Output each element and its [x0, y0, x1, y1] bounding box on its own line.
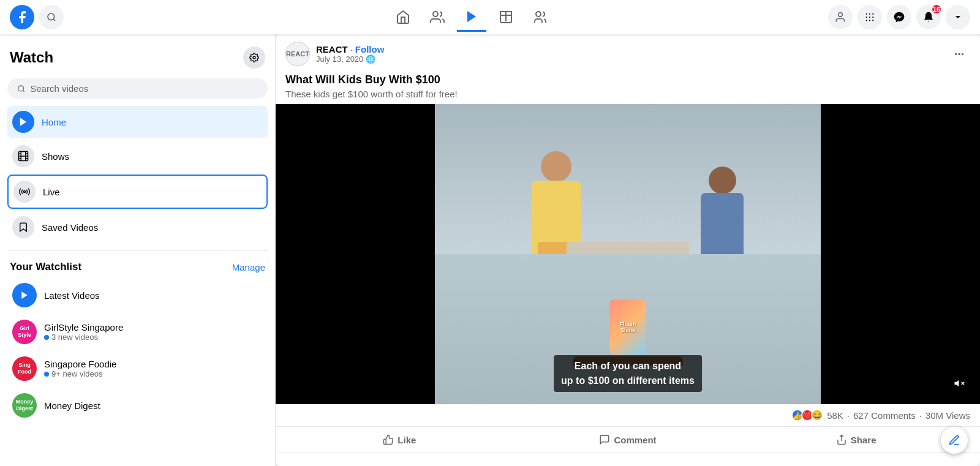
svg-point-6	[869, 13, 870, 15]
svg-point-13	[872, 20, 873, 21]
svg-point-0	[48, 13, 55, 20]
home-icon-circle	[12, 111, 34, 133]
latest-videos-info: Latest Videos	[44, 290, 100, 301]
video-left-bar	[276, 104, 435, 404]
post-date: July 13, 2020 🌐	[316, 54, 384, 64]
watchlist-item-girlstyle[interactable]: GirlStyle GirlStyle Singapore 3 new vide…	[7, 315, 268, 349]
svg-point-1	[433, 12, 438, 17]
money-digest-label: Money Digest	[44, 400, 100, 411]
nav-groups-button[interactable]	[526, 2, 555, 32]
sidebar-item-live[interactable]: Live	[7, 175, 268, 209]
comment-label: Comment	[614, 435, 656, 445]
svg-point-12	[869, 20, 870, 21]
video-center: FloamSlime Each of you can spend up to $…	[435, 104, 821, 404]
nav-account-button[interactable]	[946, 5, 970, 29]
follow-link[interactable]: Follow	[355, 44, 385, 54]
facebook-logo[interactable]	[10, 5, 34, 29]
saved-icon-circle	[12, 216, 34, 238]
nav-watch-button[interactable]	[457, 2, 486, 32]
svg-point-3	[536, 12, 541, 17]
sidebar-item-home[interactable]: Home	[7, 106, 268, 138]
singapore-foodie-avatar: SingFood	[12, 356, 37, 381]
separator2: ·	[919, 410, 922, 421]
like-label: Like	[398, 435, 416, 445]
sidebar-saved-label: Saved Videos	[42, 222, 98, 233]
singapore-foodie-info: Singapore Foodie 9+ new videos	[44, 359, 116, 378]
notification-badge: 16	[931, 4, 942, 15]
money-digest-avatar: MoneyDigest	[12, 393, 37, 418]
share-label: Share	[851, 435, 876, 445]
video-placeholder: FloamSlime Each of you can spend up to $…	[276, 104, 980, 404]
sidebar-home-label: Home	[42, 117, 66, 127]
volume-button[interactable]	[948, 372, 970, 394]
sidebar-shows-label: Shows	[42, 151, 69, 162]
nav-messenger-button[interactable]	[887, 5, 911, 29]
separator-dot: ·	[350, 44, 353, 54]
post-actions: Like Comment Share	[276, 426, 980, 453]
manage-link[interactable]: Manage	[232, 262, 265, 272]
latest-videos-label: Latest Videos	[44, 290, 100, 301]
post-more-button[interactable]: ···	[948, 43, 970, 65]
svg-point-14	[253, 56, 255, 59]
reactions-count: 58K	[827, 410, 843, 421]
girlstyle-sub: 3 new videos	[44, 333, 123, 342]
nav-home-button[interactable]	[388, 2, 418, 32]
svg-marker-16	[20, 118, 27, 126]
search-videos-input[interactable]	[30, 83, 258, 94]
comment-button[interactable]: Comment	[514, 429, 742, 450]
nav-marketplace-button[interactable]	[491, 2, 521, 32]
watchlist-item-money-digest[interactable]: MoneyDigest Money Digest	[7, 388, 268, 423]
sidebar-search-box[interactable]	[7, 78, 268, 99]
svg-point-9	[869, 17, 870, 18]
svg-point-10	[872, 17, 873, 18]
singapore-foodie-new-dot	[44, 372, 49, 377]
video-container[interactable]: FloamSlime Each of you can spend up to $…	[276, 104, 980, 404]
svg-marker-19	[21, 291, 27, 299]
video-top-half	[435, 104, 821, 254]
nav-search-button[interactable]	[39, 5, 64, 29]
nav-notifications-button[interactable]: 16	[916, 5, 941, 29]
author-name-row: REACT · Follow	[316, 44, 384, 54]
video-right-bar	[821, 104, 980, 404]
svg-point-4	[839, 13, 843, 17]
svg-point-5	[866, 13, 867, 15]
watchlist-item-latest[interactable]: Latest Videos	[7, 278, 268, 312]
nav-center	[157, 2, 786, 32]
nav-friends-button[interactable]	[423, 2, 452, 32]
reaction-icons: 👍 ❤️ 😂	[794, 409, 823, 421]
main-layout: Watch Home Shows	[0, 34, 980, 466]
girlstyle-new-dot	[44, 335, 49, 340]
top-navigation: 16	[0, 0, 980, 34]
nav-apps-button[interactable]	[858, 5, 882, 29]
video-bottom-half: FloamSlime Each of you can spend up to $…	[435, 254, 821, 404]
reaction-bar: 👍 ❤️ 😂 58K · 627 Comments · 30M Views	[276, 404, 980, 426]
views-count: 30M Views	[925, 410, 970, 421]
nav-right: 16	[786, 5, 970, 29]
girlstyle-info: GirlStyle Singapore 3 new videos	[44, 322, 123, 342]
sidebar-item-shows[interactable]: Shows	[7, 140, 268, 172]
floating-compose-button[interactable]	[941, 427, 968, 454]
nav-left	[10, 5, 157, 29]
like-button[interactable]: Like	[285, 429, 514, 450]
comments-count: 627 Comments	[853, 410, 916, 421]
post-author: REACT REACT · Follow July 13, 2020 🌐	[285, 42, 384, 66]
share-button[interactable]: Share	[742, 429, 970, 450]
svg-marker-20	[955, 380, 959, 387]
sidebar-gear-button[interactable]	[243, 47, 265, 69]
post-title: What Will Kids Buy With $100	[276, 73, 980, 89]
latest-videos-avatar	[12, 283, 37, 307]
sidebar-title-area: Watch	[7, 42, 268, 73]
author-info: REACT · Follow July 13, 2020 🌐	[316, 44, 384, 64]
sidebar-live-label: Live	[43, 187, 60, 197]
sidebar-item-saved[interactable]: Saved Videos	[7, 211, 268, 243]
post-subtitle: These kids get $100 worth of stuff for f…	[276, 89, 980, 104]
haha-reaction-icon: 😂	[811, 409, 823, 421]
video-subtitle: Each of you can spend up to $100 on diff…	[554, 355, 702, 392]
girlstyle-label: GirlStyle Singapore	[44, 322, 123, 333]
author-name: REACT	[316, 44, 348, 54]
post-header: REACT REACT · Follow July 13, 2020 🌐	[276, 34, 980, 73]
nav-profile-button[interactable]	[828, 5, 853, 29]
live-icon-circle	[13, 181, 36, 203]
sidebar-divider	[7, 250, 268, 251]
watchlist-item-singapore-foodie[interactable]: SingFood Singapore Foodie 9+ new videos	[7, 351, 268, 386]
